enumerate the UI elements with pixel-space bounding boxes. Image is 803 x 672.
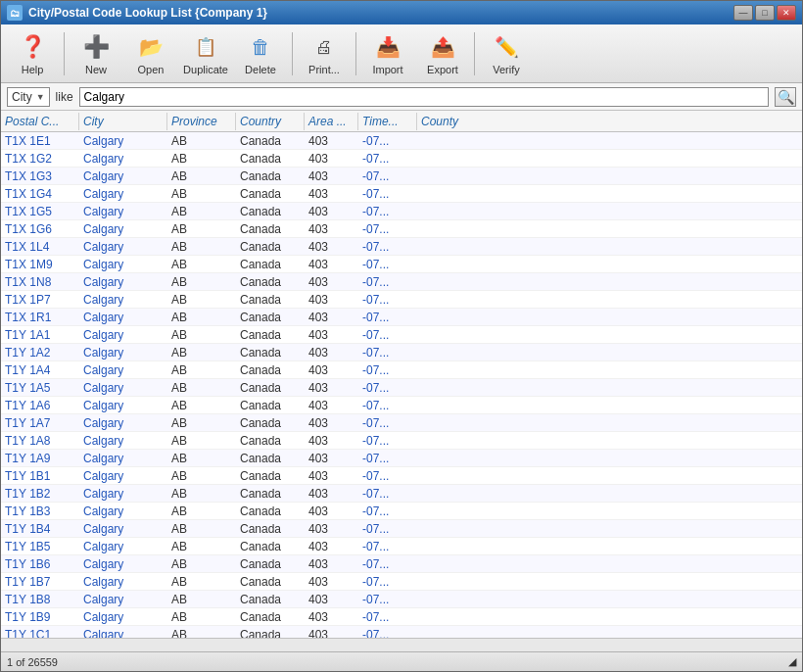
cell-county	[417, 316, 802, 318]
verify-label: Verify	[493, 64, 520, 75]
cell-time: -07...	[358, 539, 417, 554]
cell-country: Canada	[236, 574, 305, 590]
search-go-button[interactable]: 🔍	[775, 87, 796, 107]
table-row[interactable]: T1X 1R1 Calgary AB Canada 403 -07...	[1, 309, 802, 326]
toolbar: ❓ Help ➕ New 📂 Open 📋 Duplicate 🗑 Delete…	[1, 24, 802, 83]
table-row[interactable]: T1X 1G3 Calgary AB Canada 403 -07...	[1, 168, 802, 185]
col-header-county[interactable]: County	[417, 113, 802, 130]
cell-area: 403	[305, 151, 358, 167]
cell-area: 403	[305, 380, 358, 396]
cell-province: AB	[167, 239, 236, 255]
horizontal-scrollbar[interactable]	[1, 638, 802, 651]
table-row[interactable]: T1Y 1A5 Calgary AB Canada 403 -07...	[1, 379, 802, 397]
table-row[interactable]: T1Y 1B1 Calgary AB Canada 403 -07...	[1, 467, 802, 485]
table-row[interactable]: T1Y 1A4 Calgary AB Canada 403 -07...	[1, 361, 802, 379]
table-row[interactable]: T1Y 1B5 Calgary AB Canada 403 -07...	[1, 538, 802, 555]
cell-county	[417, 387, 802, 389]
table-row[interactable]: T1Y 1B9 Calgary AB Canada 403 -07...	[1, 608, 802, 626]
col-header-postal[interactable]: Postal C...	[1, 113, 79, 130]
maximize-button[interactable]: □	[755, 5, 775, 21]
cell-country: Canada	[236, 274, 305, 290]
print-button[interactable]: 🖨 Print...	[299, 27, 350, 79]
cell-county	[417, 440, 802, 442]
col-header-area[interactable]: Area ...	[305, 113, 358, 130]
dropdown-arrow-icon: ▼	[36, 92, 45, 102]
table-row[interactable]: T1Y 1A6 Calgary AB Canada 403 -07...	[1, 397, 802, 414]
table-row[interactable]: T1Y 1A8 Calgary AB Canada 403 -07...	[1, 432, 802, 450]
verify-button[interactable]: ✏️ Verify	[481, 27, 532, 79]
cell-postal: T1X 1E1	[1, 133, 79, 149]
cell-time: -07...	[358, 274, 417, 290]
table-row[interactable]: T1X 1E1 Calgary AB Canada 403 -07...	[1, 132, 802, 150]
search-input[interactable]	[79, 87, 769, 107]
cell-province: AB	[167, 345, 236, 360]
minimize-button[interactable]: —	[733, 5, 753, 21]
toolbar-separator-1	[64, 32, 65, 75]
cell-province: AB	[167, 186, 236, 202]
cell-time: -07...	[358, 451, 417, 466]
cell-postal: T1Y 1B9	[1, 609, 79, 625]
table-row[interactable]: T1Y 1C1 Calgary AB Canada 403 -07...	[1, 626, 802, 638]
table-row[interactable]: T1Y 1B7 Calgary AB Canada 403 -07...	[1, 573, 802, 591]
cell-county	[417, 175, 802, 177]
delete-icon: 🗑	[245, 31, 276, 63]
table-row[interactable]: T1Y 1A2 Calgary AB Canada 403 -07...	[1, 344, 802, 361]
table-row[interactable]: T1Y 1B6 Calgary AB Canada 403 -07...	[1, 555, 802, 573]
col-header-city[interactable]: City	[79, 113, 167, 130]
cell-time: -07...	[358, 556, 417, 572]
col-header-time[interactable]: Time...	[358, 113, 417, 130]
toolbar-separator-2	[292, 32, 293, 75]
duplicate-button[interactable]: 📋 Duplicate	[180, 27, 231, 79]
open-label: Open	[138, 64, 165, 75]
cell-city: Calgary	[79, 574, 167, 590]
table-row[interactable]: T1X 1N8 Calgary AB Canada 403 -07...	[1, 273, 802, 291]
cell-time: -07...	[358, 239, 417, 255]
table-row[interactable]: T1Y 1B3 Calgary AB Canada 403 -07...	[1, 503, 802, 520]
col-header-country[interactable]: Country	[236, 113, 305, 130]
search-field-dropdown[interactable]: City ▼	[7, 87, 50, 107]
data-table[interactable]: T1X 1E1 Calgary AB Canada 403 -07... T1X…	[1, 132, 802, 638]
table-row[interactable]: T1X 1L4 Calgary AB Canada 403 -07...	[1, 238, 802, 256]
table-row[interactable]: T1X 1G4 Calgary AB Canada 403 -07...	[1, 185, 802, 203]
table-row[interactable]: T1Y 1B8 Calgary AB Canada 403 -07...	[1, 591, 802, 608]
title-controls: — □ ✕	[733, 5, 796, 21]
cell-area: 403	[305, 398, 358, 413]
import-button[interactable]: 📥 Import	[362, 27, 413, 79]
table-row[interactable]: T1Y 1B2 Calgary AB Canada 403 -07...	[1, 485, 802, 503]
table-row[interactable]: T1Y 1A7 Calgary AB Canada 403 -07...	[1, 414, 802, 432]
cell-country: Canada	[236, 380, 305, 396]
cell-province: AB	[167, 504, 236, 519]
cell-province: AB	[167, 415, 236, 431]
table-row[interactable]: T1X 1M9 Calgary AB Canada 403 -07...	[1, 256, 802, 273]
table-row[interactable]: T1X 1G6 Calgary AB Canada 403 -07...	[1, 220, 802, 238]
cell-time: -07...	[358, 609, 417, 625]
cell-time: -07...	[358, 398, 417, 413]
cell-county	[417, 581, 802, 583]
cell-postal: T1X 1G4	[1, 186, 79, 202]
export-button[interactable]: 📤 Export	[417, 27, 468, 79]
cell-country: Canada	[236, 539, 305, 554]
table-row[interactable]: T1X 1G5 Calgary AB Canada 403 -07...	[1, 203, 802, 220]
window-title: City/Postal Code Lookup List {Company 1}	[28, 6, 267, 20]
title-bar: 🗂 City/Postal Code Lookup List {Company …	[1, 1, 802, 24]
table-row[interactable]: T1Y 1B4 Calgary AB Canada 403 -07...	[1, 520, 802, 538]
search-icon: 🔍	[778, 89, 794, 105]
table-row[interactable]: T1X 1G2 Calgary AB Canada 403 -07...	[1, 150, 802, 168]
cell-postal: T1X 1N8	[1, 274, 79, 290]
export-label: Export	[427, 64, 458, 75]
cell-province: AB	[167, 468, 236, 484]
col-header-province[interactable]: Province	[167, 113, 236, 130]
table-row[interactable]: T1Y 1A1 Calgary AB Canada 403 -07...	[1, 326, 802, 344]
new-button[interactable]: ➕ New	[71, 27, 121, 79]
table-row[interactable]: T1Y 1A9 Calgary AB Canada 403 -07...	[1, 450, 802, 467]
cell-province: AB	[167, 151, 236, 167]
cell-country: Canada	[236, 292, 305, 308]
cell-province: AB	[167, 398, 236, 413]
table-row[interactable]: T1X 1P7 Calgary AB Canada 403 -07...	[1, 291, 802, 309]
cell-city: Calgary	[79, 468, 167, 484]
cell-area: 403	[305, 627, 358, 639]
open-button[interactable]: 📂 Open	[125, 27, 176, 79]
delete-button[interactable]: 🗑 Delete	[235, 27, 286, 79]
help-button[interactable]: ❓ Help	[7, 27, 58, 79]
close-button[interactable]: ✕	[777, 5, 796, 21]
